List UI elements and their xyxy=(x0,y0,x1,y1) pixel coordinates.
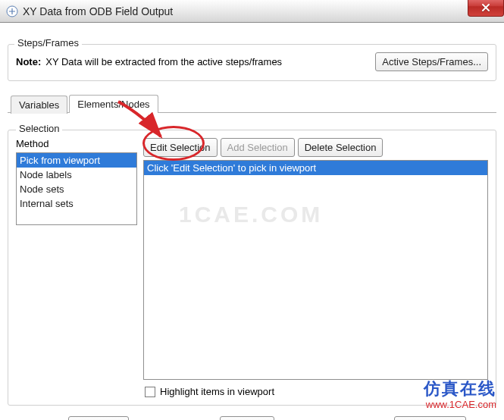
tabs-strip: Variables Elements/Nodes xyxy=(8,93,496,113)
selection-list-message[interactable]: Click 'Edit Selection' to pick in viewpo… xyxy=(144,161,487,175)
window-title: XY Data from ODB Field Output xyxy=(23,5,173,17)
close-button[interactable] xyxy=(468,0,504,17)
selection-group: Selection Method Pick from viewport Node… xyxy=(8,130,496,406)
delete-selection-button[interactable]: Delete Selection xyxy=(298,138,383,157)
dialog-content: Steps/Frames Note: XY Data will be extra… xyxy=(0,23,504,420)
method-item-node-sets[interactable]: Node sets xyxy=(17,182,136,196)
selection-list[interactable]: Click 'Edit Selection' to pick in viewpo… xyxy=(143,160,488,380)
bottom-button-row: Save Plot Dismiss xyxy=(8,406,496,420)
steps-frames-legend: Steps/Frames xyxy=(14,37,82,49)
plot-button[interactable]: Plot xyxy=(220,416,274,420)
highlight-label: Highlight items in viewport xyxy=(160,386,274,397)
steps-frames-group: Steps/Frames Note: XY Data will be extra… xyxy=(8,44,496,81)
tab-variables[interactable]: Variables xyxy=(11,96,67,114)
add-selection-button[interactable]: Add Selection xyxy=(221,138,295,157)
save-button[interactable]: Save xyxy=(68,416,129,420)
active-steps-frames-button[interactable]: Active Steps/Frames... xyxy=(375,52,488,71)
dismiss-button[interactable]: Dismiss xyxy=(394,416,467,420)
note-text: XY Data will be extracted from the activ… xyxy=(45,56,282,67)
note-label: Note: xyxy=(16,56,41,67)
titlebar: XY Data from ODB Field Output xyxy=(0,0,504,23)
highlight-checkbox[interactable] xyxy=(145,387,155,397)
method-list[interactable]: Pick from viewport Node labels Node sets… xyxy=(16,152,137,225)
method-label: Method xyxy=(16,138,137,149)
close-icon xyxy=(481,3,490,12)
edit-selection-button[interactable]: Edit Selection xyxy=(143,138,218,157)
method-item-node-labels[interactable]: Node labels xyxy=(17,168,136,182)
tab-elements-nodes[interactable]: Elements/Nodes xyxy=(69,95,158,113)
method-item-pick-from-viewport[interactable]: Pick from viewport xyxy=(17,153,136,168)
method-item-internal-sets[interactable]: Internal sets xyxy=(17,196,136,211)
note-line: Note: XY Data will be extracted from the… xyxy=(16,52,488,71)
selection-legend: Selection xyxy=(16,123,62,134)
app-icon xyxy=(6,5,18,17)
